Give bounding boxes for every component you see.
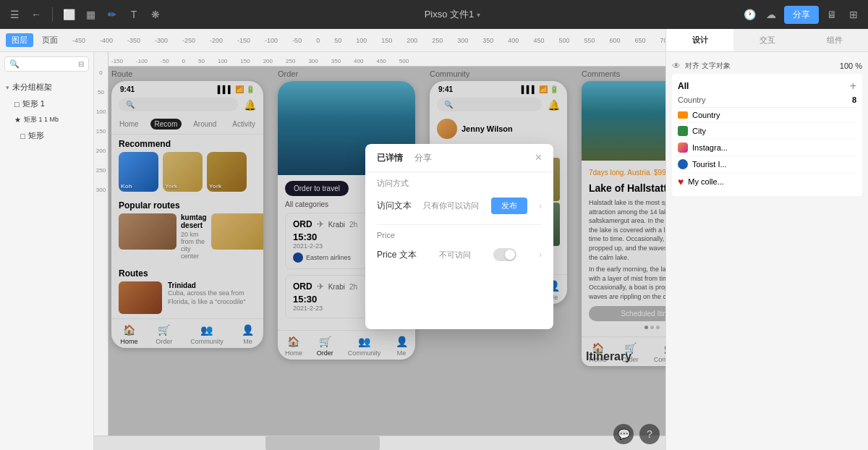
pen-icon[interactable]: ✏	[103, 6, 121, 23]
add-icon[interactable]: +	[850, 80, 856, 93]
left-sidebar: 🔍 ⊟ ▾ 未分组框架 □ 矩形 1 ★ 矩形 1 1 Mb □ 矩形	[0, 52, 94, 450]
filter-icon[interactable]: ⊟	[78, 60, 84, 68]
ruler-top: -150-100-5005010015020025030035040045050…	[94, 52, 665, 67]
modal-close-button[interactable]: ×	[535, 151, 542, 164]
title-area: Pixso 文件1 ▾	[169, 8, 736, 21]
frame-icon[interactable]: ⬜	[60, 6, 77, 23]
modal-arrow-1: ›	[539, 201, 542, 211]
modal-section-2: Price Price 文本 不可访问 ›	[365, 225, 553, 271]
text-icon[interactable]: T	[125, 6, 142, 23]
right-sidebar-tabs: 设计 交互 组件	[666, 29, 868, 52]
modal-overlay: 已详情 分享 × 访问方式 访问文本 只有你可以访问 发布 › Price Pr…	[109, 67, 665, 436]
app-title: Pixso 文件1 ▾	[425, 8, 481, 21]
modal-row-1: 访问文本 只有你可以访问 发布 ›	[377, 193, 542, 218]
scroll-thumb[interactable]	[265, 436, 380, 450]
toolbar-divider	[52, 7, 53, 22]
modal-section-1: 访问方式 访问文本 只有你可以访问 发布 ›	[365, 172, 553, 224]
ruler-left: 050100150200250300	[94, 52, 109, 436]
right-sidebar-content: 👁 对齐 文字对象 100 % All + Country 8 Country	[666, 52, 868, 208]
modal-tab-detail[interactable]: 已详情	[377, 152, 403, 164]
right-item-city[interactable]: City	[678, 123, 856, 140]
right-item-collection[interactable]: ♥ My colle...	[678, 173, 856, 190]
menu-icon[interactable]: ☰	[6, 6, 23, 23]
modal-toggle[interactable]	[493, 248, 516, 261]
layer-item-rect1mb[interactable]: ★ 矩形 1 1 Mb	[0, 112, 93, 127]
right-flag-green	[678, 126, 688, 136]
right-instagram-icon	[678, 143, 688, 153]
modal-section-title-2: Price	[377, 231, 542, 239]
right-flag-orange	[678, 111, 688, 119]
layout-icon[interactable]: ▦	[82, 6, 99, 23]
modal-dialog: 已详情 分享 × 访问方式 访问文本 只有你可以访问 发布 › Price Pr…	[365, 144, 553, 329]
component-icon[interactable]: ❋	[147, 6, 164, 23]
right-sidebar: 设计 交互 组件 👁 对齐 文字对象 100 % All + Country 8	[665, 29, 868, 450]
eye-icon: 👁	[672, 61, 681, 71]
right-item-country[interactable]: Country	[678, 108, 856, 123]
all-panel-title: All	[678, 81, 689, 91]
layer-item-ungrouped[interactable]: ▾ 未分组框架	[0, 79, 93, 95]
layer-tab[interactable]: 图层	[6, 33, 33, 47]
grid-icon[interactable]: ⊞	[845, 6, 862, 23]
right-tab-interact[interactable]: 交互	[733, 29, 801, 51]
title-caret: ▾	[477, 11, 480, 19]
zoom-display: 100 %	[840, 61, 862, 70]
right-item-tourist[interactable]: Tourist I...	[678, 156, 856, 173]
modal-row-2: Price 文本 不可访问 ›	[377, 244, 542, 266]
right-heart-icon: ♥	[678, 176, 684, 187]
visibility-row: 👁 对齐 文字对象 100 %	[672, 58, 862, 74]
modal-toggle-thumb	[505, 250, 515, 260]
page-tab[interactable]: 页面	[36, 33, 64, 47]
share-button[interactable]: 分享	[784, 6, 819, 24]
modal-tabs: 已详情 分享	[377, 152, 432, 164]
all-panel-header: All +	[678, 80, 856, 93]
toolbar-right: 🕐 ☁ 分享 🖥 ⊞	[741, 6, 862, 24]
top-toolbar: ☰ ← ⬜ ▦ ✏ T ❋ Pixso 文件1 ▾ 🕐 ☁ 分享 🖥 ⊞	[0, 0, 868, 29]
desktop-icon[interactable]: 🖥	[823, 6, 841, 23]
right-item-instagram[interactable]: Instagra...	[678, 140, 856, 156]
country-count-row: Country 8	[678, 93, 856, 108]
right-tourist-icon	[678, 159, 688, 169]
modal-section-title-1: 访问方式	[377, 178, 542, 189]
layer-item-rect1[interactable]: □ 矩形 1	[0, 95, 93, 112]
canvas-area: -150-100-5005010015020025030035040045050…	[94, 52, 665, 436]
bottom-scrollbar[interactable]	[94, 436, 665, 450]
right-tab-design[interactable]: 设计	[666, 29, 733, 51]
cloud-icon[interactable]: ☁	[762, 6, 780, 23]
modal-arrow-2: ›	[539, 250, 542, 260]
modal-spacer	[365, 271, 553, 329]
modal-publish-btn[interactable]: 发布	[491, 198, 527, 214]
clock-icon[interactable]: 🕐	[741, 6, 758, 23]
frame-info-panel: All + Country 8 Country City Instagra...	[672, 74, 862, 196]
layer-search[interactable]: 🔍 ⊟	[4, 56, 89, 72]
back-icon[interactable]: ←	[27, 6, 45, 23]
modal-tab-share[interactable]: 分享	[414, 152, 432, 164]
right-tab-component[interactable]: 组件	[801, 29, 868, 51]
search-icon: 🔍	[9, 59, 20, 69]
search-input[interactable]	[22, 60, 73, 69]
modal-header: 已详情 分享 ×	[365, 144, 553, 172]
layer-item-rect2[interactable]: □ 矩形	[0, 127, 93, 144]
